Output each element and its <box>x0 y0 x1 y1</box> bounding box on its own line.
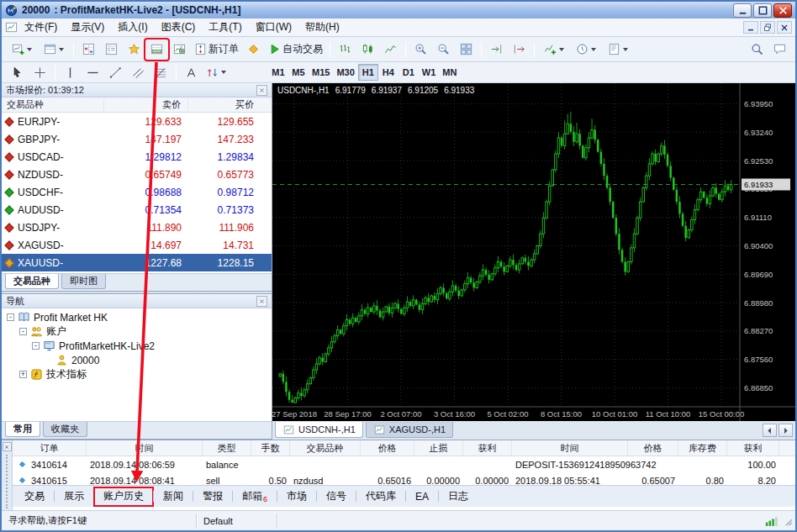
tabs-scroll-right-button[interactable] <box>779 424 793 437</box>
chart-shift-button[interactable] <box>508 40 530 60</box>
status-profile[interactable]: Default <box>197 514 277 529</box>
crosshair-button[interactable] <box>29 62 51 82</box>
autotrading-button[interactable]: 自动交易 <box>265 40 326 60</box>
terminal-close-button[interactable] <box>3 442 12 451</box>
zoom-in-button[interactable] <box>409 40 432 60</box>
market-watch-close-button[interactable] <box>256 85 267 96</box>
close-button[interactable] <box>773 3 792 18</box>
chart-minimize-button[interactable] <box>743 21 758 34</box>
candlestick-chart[interactable]: 6.939506.932406.925306.918206.911106.904… <box>272 83 795 421</box>
vertical-line-button[interactable] <box>59 62 82 82</box>
chart-tab-0[interactable]: USDCNH-,H1 <box>275 422 363 438</box>
history-row[interactable]: 34106152018.09.14 08:08:41sell0.50nzdusd… <box>13 472 795 485</box>
horizontal-line-button[interactable] <box>82 62 104 82</box>
nav-node[interactable]: -ProfitMarketHK-Live2 <box>2 339 272 353</box>
menu-item[interactable]: 插入(I) <box>111 18 154 36</box>
history-column[interactable]: 订单 <box>13 440 87 456</box>
search-button[interactable] <box>746 40 768 60</box>
chart-restore-button[interactable] <box>760 21 775 34</box>
data-window-toggle[interactable] <box>100 40 123 60</box>
nav-node[interactable]: -账户 <box>2 324 272 339</box>
strategy-tester-toggle[interactable] <box>168 40 191 60</box>
market-watch-row-eurjpy[interactable]: EURJPY-129.633129.655 <box>2 113 272 130</box>
terminal-tab-0[interactable]: 交易 <box>16 488 53 505</box>
timeframe-m30[interactable]: M30 <box>333 64 357 81</box>
menu-item[interactable]: 帮助(H) <box>298 18 346 36</box>
line-chart-button[interactable] <box>379 40 402 60</box>
menu-item[interactable]: 工具(T) <box>202 18 248 36</box>
fibonacci-button[interactable] <box>150 62 172 82</box>
market-watch-row-usdchf[interactable]: USDCHF-0.986880.98712 <box>2 183 272 201</box>
nav-node[interactable]: +技术指标 <box>2 367 272 382</box>
templates-button[interactable] <box>602 40 634 60</box>
terminal-tab-3[interactable]: 新闻 <box>155 488 192 505</box>
bar-chart-button[interactable] <box>334 40 356 60</box>
history-column[interactable]: 价格 <box>361 440 414 456</box>
terminal-tab-2[interactable]: 账户历史 <box>95 488 152 505</box>
navigator-close-button[interactable] <box>256 296 267 307</box>
navigator-tab-1[interactable]: 收藏夹 <box>43 422 87 437</box>
chart-tab-1[interactable]: XAGUSD-,H1 <box>366 422 453 438</box>
history-column[interactable]: 手数 <box>251 440 290 456</box>
new-chart-button[interactable] <box>6 40 38 60</box>
cursor-button[interactable] <box>6 62 29 82</box>
market-watch-tab-0[interactable]: 交易品种 <box>5 274 59 289</box>
terminal-tab-1[interactable]: 展示 <box>55 488 92 505</box>
history-column[interactable]: 获利 <box>727 440 779 456</box>
timeframe-w1[interactable]: W1 <box>419 64 440 81</box>
tile-windows-button[interactable] <box>455 40 478 60</box>
timeframe-h4[interactable]: H4 <box>378 64 398 81</box>
market-watch-tab-1[interactable]: 即时图 <box>61 274 106 289</box>
timeframe-m15[interactable]: M15 <box>309 64 333 81</box>
history-column[interactable]: 价格 <box>628 440 678 456</box>
terminal-tab-6[interactable]: 市场 <box>278 488 315 505</box>
terminal-tab-8[interactable]: 代码库 <box>357 488 404 505</box>
history-column[interactable]: 类型 <box>203 440 251 456</box>
candlestick-button[interactable] <box>356 40 379 60</box>
navigator-tab-0[interactable]: 常用 <box>5 422 40 437</box>
terminal-tab-5[interactable]: 邮箱6 <box>234 488 276 505</box>
terminal-tab-10[interactable]: 日志 <box>440 488 477 505</box>
history-row[interactable]: 34106142018.09.14 08:06:59balanceDEPOSIT… <box>13 456 795 472</box>
timeframe-m1[interactable]: M1 <box>268 64 288 81</box>
column-ask[interactable]: 买价 <box>188 98 261 111</box>
tree-toggle[interactable]: - <box>19 328 27 335</box>
market-watch-row-usdcad[interactable]: USDCAD-1.298121.29834 <box>2 148 272 166</box>
menu-item[interactable]: 图表(C) <box>155 18 203 36</box>
market-watch-row-xagusd[interactable]: XAGUSD-14.69714.731 <box>2 236 272 254</box>
history-column[interactable]: 交易品种 <box>290 440 361 456</box>
menu-item[interactable]: 显示(V) <box>64 18 111 36</box>
market-watch-row-xauusd[interactable]: XAUUSD-1227.681228.15 <box>2 254 272 271</box>
new-order-button[interactable]: 新订单 <box>191 40 242 60</box>
timeframe-h1[interactable]: H1 <box>358 64 378 81</box>
drag-handle[interactable] <box>6 455 8 508</box>
market-watch-row-nzdusd[interactable]: NZDUSD-0.657490.65773 <box>2 166 272 183</box>
tabs-scroll-left-button[interactable] <box>763 424 777 437</box>
terminal-tab-7[interactable]: 信号 <box>318 488 355 505</box>
metaeditor-button[interactable] <box>242 40 265 60</box>
timeframe-mn[interactable]: MN <box>439 64 460 81</box>
timeframe-d1[interactable]: D1 <box>398 64 419 81</box>
market-watch-row-usdjpy[interactable]: USDJPY-111.890111.906 <box>2 219 272 236</box>
maximize-button[interactable] <box>753 3 772 18</box>
history-column[interactable]: 时间 <box>512 440 628 456</box>
indicators-button[interactable] <box>538 40 570 60</box>
navigator-toggle[interactable] <box>123 40 145 60</box>
terminal-grip[interactable] <box>2 440 13 510</box>
auto-scroll-button[interactable] <box>485 40 508 60</box>
nav-node[interactable]: -Profit Market HK <box>2 310 272 324</box>
history-column[interactable]: 库存费 <box>678 440 727 456</box>
minimize-button[interactable] <box>733 3 752 18</box>
chat-button[interactable] <box>768 40 791 60</box>
history-column[interactable]: 获利 <box>463 440 512 456</box>
market-watch-toggle[interactable] <box>77 40 100 60</box>
terminal-toggle[interactable] <box>145 40 168 60</box>
terminal-tab-4[interactable]: 警报 <box>194 488 231 505</box>
menu-item[interactable]: 文件(F) <box>18 18 64 36</box>
trendline-button[interactable] <box>104 62 127 82</box>
column-symbol[interactable]: 交易品种 <box>2 98 104 111</box>
menu-item[interactable]: 窗口(W) <box>249 18 298 36</box>
market-watch-row-audusd[interactable]: AUDUSD-0.713540.71373 <box>2 201 272 219</box>
market-watch-row-gbpjpy[interactable]: GBPJPY-147.197147.233 <box>2 130 272 148</box>
tree-toggle[interactable]: + <box>19 371 27 378</box>
